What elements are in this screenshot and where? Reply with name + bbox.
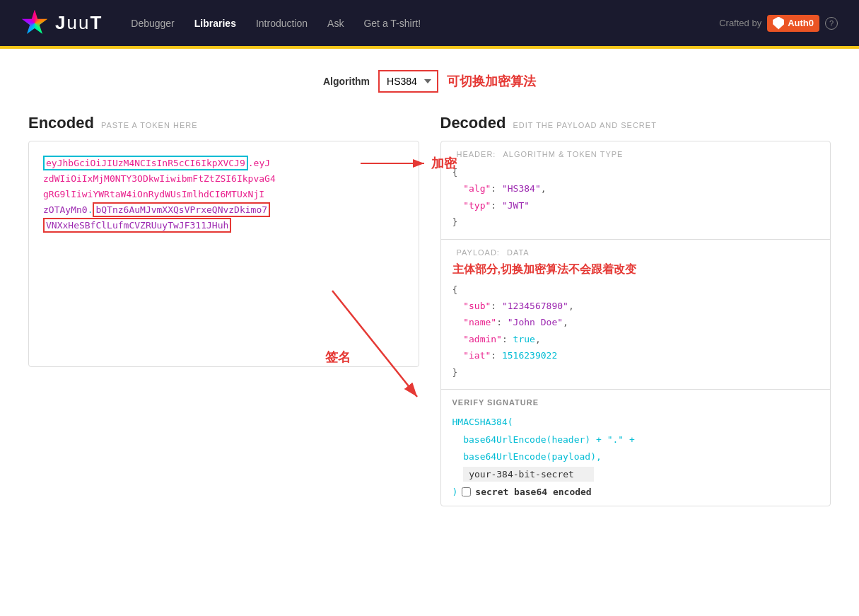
decoded-subtitle: EDIT THE PAYLOAD AND SECRET [513, 121, 656, 129]
verify-secret-input[interactable] [463, 467, 594, 482]
verify-line2: base64UrlEncode(payload), [463, 451, 602, 462]
encoded-header: Encoded PASTE A TOKEN HERE [28, 114, 419, 132]
payload-token-mid1: zdWIiOiIxMjM0NTY3ODkwIiwibmFtZtZSI6Ikpva… [43, 173, 276, 184]
decoded-block: HEADER: ALGORITHM & TOKEN TYPE { "alg": … [440, 141, 831, 506]
logo-text: JuuT [55, 12, 103, 34]
nav-ask[interactable]: Ask [327, 18, 344, 29]
payload-token-start: .eyJ [248, 158, 270, 168]
verify-checkbox-row: ) secret base64 encoded [452, 487, 819, 497]
decoded-header-part: HEADER: ALGORITHM & TOKEN TYPE { "alg": … [441, 141, 831, 240]
encoded-panel[interactable]: eyJhbGciOiJIUzM4NCIsInR5cCI6IkpXVCJ9.eyJ… [28, 141, 419, 367]
auth0-badge[interactable]: Auth0 [767, 15, 819, 32]
navbar-right: Crafted by Auth0 ? [719, 15, 838, 32]
decoded-header: Decoded EDIT THE PAYLOAD AND SECRET [440, 114, 831, 132]
verify-code: HMACSHA384( base64UrlEncode(header) + ".… [452, 414, 819, 484]
algorithm-row: Algorithm HS256 HS384 HS512 RS256 RS384 … [28, 70, 831, 93]
crafted-by-text: Crafted by [719, 18, 761, 28]
payload-token-mid3: zOTAyMn0 [43, 204, 88, 215]
nav-debugger[interactable]: Debugger [131, 18, 175, 29]
decoded-column: Decoded EDIT THE PAYLOAD AND SECRET HEAD… [440, 114, 831, 506]
algorithm-select[interactable]: HS256 HS384 HS512 RS256 RS384 RS512 [378, 70, 438, 93]
payload-code: { "sub": "1234567890", "name": "John Doe… [452, 281, 819, 380]
verify-close: ) [452, 487, 458, 497]
nav-links: Debugger Libraries Introduction Ask Get … [131, 18, 421, 29]
verify-line1: base64UrlEncode(header) + "." + [463, 434, 635, 445]
payload-label: PAYLOAD: DATA [452, 248, 819, 257]
signature-token-end: VNXxHeSBfClLufmCVZRUuyTwJF311JHuh [43, 218, 231, 233]
logo: JuuT [21, 10, 103, 37]
header-label: HEADER: ALGORITHM & TOKEN TYPE [452, 150, 819, 158]
encoded-text: eyJhbGciOiJIUzM4NCIsInR5cCI6IkpXVCJ9.eyJ… [43, 156, 404, 233]
decoded-payload-part: PAYLOAD: DATA 主体部分,切换加密算法不会跟着改变 { "sub":… [441, 240, 831, 390]
algorithm-annotation: 可切换加密算法 [447, 73, 536, 90]
encoded-column: Encoded PASTE A TOKEN HERE eyJhbGciOiJIU… [28, 114, 419, 506]
encoded-subtitle: PASTE A TOKEN HERE [101, 121, 198, 129]
main-content: Algorithm HS256 HS384 HS512 RS256 RS384 … [0, 49, 859, 528]
signature-token-start: bQTnz6AuMJvmXXQsVPrxeQNvzDkimo7 [93, 202, 270, 217]
decoded-title: Decoded [440, 114, 506, 132]
logo-icon [21, 10, 48, 37]
nav-tshirt[interactable]: Get a T-shirt! [363, 18, 421, 29]
auth0-label: Auth0 [788, 18, 814, 28]
navbar-left: JuuT Debugger Libraries Introduction Ask… [21, 10, 421, 37]
help-icon[interactable]: ? [825, 17, 838, 30]
two-columns: Encoded PASTE A TOKEN HERE eyJhbGciOiJIU… [28, 114, 831, 506]
header-token: eyJhbGciOiJIUzM4NCIsInR5cCI6IkpXVCJ9 [43, 156, 248, 170]
verify-label: VERIFY SIGNATURE [452, 398, 819, 407]
decoded-verify-part: VERIFY SIGNATURE HMACSHA384( base64UrlEn… [441, 390, 831, 506]
nav-libraries[interactable]: Libraries [194, 18, 236, 29]
payload-annotation: 主体部分,切换加密算法不会跟着改变 [452, 262, 819, 277]
payload-token-mid2: gRG9lIiwiYWRtaW4iOnRydWUsImlhdCI6MTUxNjI [43, 189, 264, 199]
algorithm-label: Algorithm [323, 76, 370, 87]
navbar: JuuT Debugger Libraries Introduction Ask… [0, 0, 859, 46]
base64-checkbox-label: secret base64 encoded [475, 487, 591, 497]
nav-introduction[interactable]: Introduction [256, 18, 308, 29]
encoded-title: Encoded [28, 114, 94, 132]
verify-func: HMACSHA384( [452, 417, 513, 427]
header-code: { "alg": "HS384", "typ": "JWT" } [452, 164, 819, 231]
base64-checkbox[interactable] [462, 487, 471, 496]
auth0-shield-icon [773, 17, 784, 30]
